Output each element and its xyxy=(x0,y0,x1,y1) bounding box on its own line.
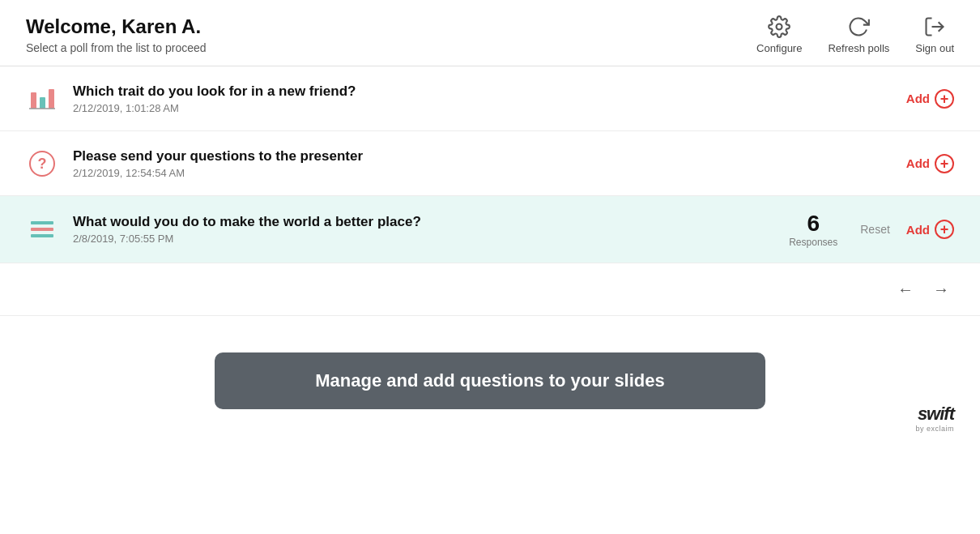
response-count: 6 Responses xyxy=(789,211,837,248)
poll-type-icon-1 xyxy=(26,83,58,115)
poll-date-3: 2/8/2019, 7:05:55 PM xyxy=(73,233,789,245)
configure-button[interactable]: Configure xyxy=(756,15,802,54)
configure-label: Configure xyxy=(756,42,802,54)
add-label-1: Add xyxy=(906,92,930,105)
app-header: Welcome, Karen A. Select a poll from the… xyxy=(0,0,980,66)
refresh-icon xyxy=(846,15,871,39)
bottom-area: Manage and add questions to your slides … xyxy=(0,316,980,446)
signout-icon xyxy=(922,15,947,39)
welcome-subtitle: Select a poll from the list to proceed xyxy=(26,41,207,54)
svg-rect-9 xyxy=(31,228,53,231)
poll-title-2: Please send your questions to the presen… xyxy=(73,148,906,164)
poll-type-icon-3 xyxy=(26,213,58,246)
plus-circle-icon-3: + xyxy=(935,220,954,239)
svg-rect-3 xyxy=(40,97,45,109)
header-actions: Configure Refresh polls Sign out xyxy=(756,15,954,54)
plus-circle-icon-2: + xyxy=(935,154,954,173)
poll-title-1: Which trait do you look for in a new fri… xyxy=(73,83,906,100)
response-number: 6 xyxy=(807,211,820,237)
add-button-1[interactable]: Add + xyxy=(906,89,954,109)
poll-info-3: What would you do to make the world a be… xyxy=(73,214,789,245)
svg-point-0 xyxy=(777,24,782,30)
nav-arrows: ← → xyxy=(0,263,980,316)
poll-item-2[interactable]: ? Please send your questions to the pres… xyxy=(0,131,980,196)
poll-actions-3: 6 Responses Reset Add + xyxy=(789,211,954,248)
reset-button[interactable]: Reset xyxy=(860,223,890,236)
welcome-title: Welcome, Karen A. xyxy=(26,15,207,38)
poll-actions-2: Add + xyxy=(906,154,954,173)
gear-icon xyxy=(767,15,791,39)
poll-item-1[interactable]: Which trait do you look for in a new fri… xyxy=(0,66,980,131)
add-button-3[interactable]: Add + xyxy=(906,220,954,239)
poll-item-3[interactable]: What would you do to make the world a be… xyxy=(0,196,980,263)
header-left: Welcome, Karen A. Select a poll from the… xyxy=(26,15,207,54)
logo-sub: by exclaim xyxy=(915,425,954,433)
next-button[interactable]: → xyxy=(928,276,954,302)
poll-info-1: Which trait do you look for in a new fri… xyxy=(73,83,906,114)
logo-text: swift xyxy=(918,404,954,425)
svg-rect-8 xyxy=(31,221,53,224)
poll-actions-1: Add + xyxy=(906,89,954,109)
plus-circle-icon-1: + xyxy=(935,89,954,109)
signout-button[interactable]: Sign out xyxy=(915,15,954,54)
add-button-2[interactable]: Add + xyxy=(906,154,954,173)
svg-rect-2 xyxy=(31,92,36,109)
poll-title-3: What would you do to make the world a be… xyxy=(73,214,789,230)
svg-rect-10 xyxy=(31,234,53,237)
svg-text:?: ? xyxy=(38,156,47,172)
add-label-3: Add xyxy=(906,223,930,237)
add-label-2: Add xyxy=(906,156,930,170)
svg-rect-4 xyxy=(49,89,54,109)
swift-logo: swift by exclaim xyxy=(915,404,954,433)
poll-info-2: Please send your questions to the presen… xyxy=(73,148,906,179)
poll-type-icon-2: ? xyxy=(26,147,58,180)
tooltip-banner: Manage and add questions to your slides xyxy=(215,352,765,409)
poll-list: Which trait do you look for in a new fri… xyxy=(0,66,980,263)
poll-date-2: 2/12/2019, 12:54:54 AM xyxy=(73,167,906,179)
prev-button[interactable]: ← xyxy=(893,276,918,302)
response-label: Responses xyxy=(789,237,837,248)
refresh-polls-button[interactable]: Refresh polls xyxy=(828,15,889,54)
signout-label: Sign out xyxy=(915,42,954,54)
poll-date-1: 2/12/2019, 1:01:28 AM xyxy=(73,102,906,114)
refresh-label: Refresh polls xyxy=(828,42,889,54)
